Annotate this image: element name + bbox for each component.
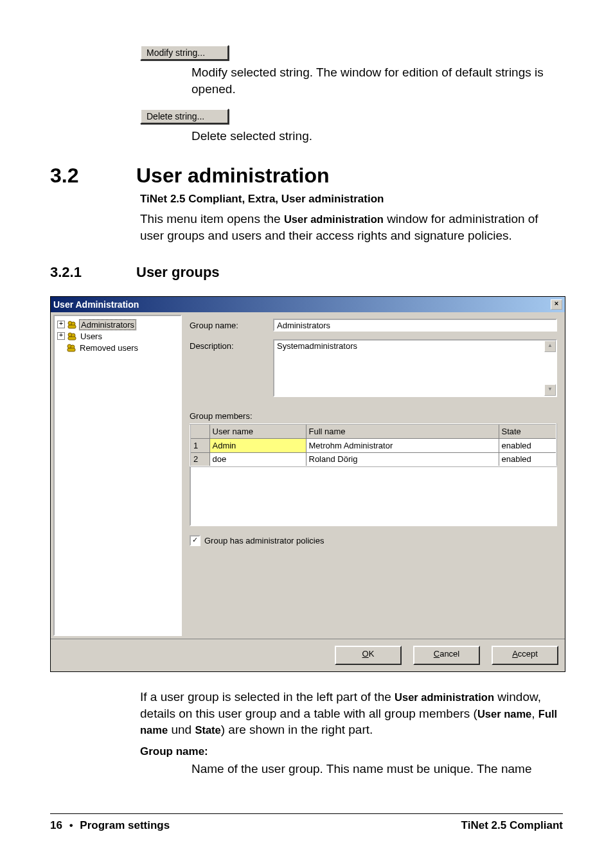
section-title-text: User administration xyxy=(136,164,330,187)
group-name-field-label: Group name: xyxy=(140,745,563,759)
group-name-input[interactable]: Administrators xyxy=(273,319,557,332)
table-empty-area xyxy=(190,467,557,526)
group-members-table: User name Full name State 1 Admin Metroh… xyxy=(190,423,557,467)
tree-item-administrators[interactable]: + Administrators xyxy=(57,319,179,330)
group-icon xyxy=(66,343,76,352)
dialog-titlebar: User Administration × xyxy=(51,297,565,312)
admin-policies-label: Group has administrator policies xyxy=(204,536,324,545)
col-fullname[interactable]: Full name xyxy=(306,424,499,438)
after-dialog-paragraph: If a user group is selected in the left … xyxy=(140,689,563,738)
section-number: 3.2 xyxy=(50,164,136,188)
cell-fullname: Roland Dörig xyxy=(306,452,499,466)
modify-string-button[interactable]: Modify string... xyxy=(140,45,229,60)
close-icon[interactable]: × xyxy=(551,299,562,310)
tree-item-removed-users[interactable]: Removed users xyxy=(57,342,179,353)
col-username[interactable]: User name xyxy=(209,424,306,438)
modify-string-description: Modify selected string. The window for e… xyxy=(191,64,563,97)
table-row[interactable]: 2 doe Roland Dörig enabled xyxy=(190,452,556,466)
group-members-label: Group members: xyxy=(190,411,557,421)
page-footer: 16 • Program settings TiNet 2.5 Complian… xyxy=(50,813,563,832)
dialog-title: User Administration xyxy=(53,299,139,310)
svg-rect-8 xyxy=(67,348,75,351)
row-header-blank xyxy=(190,424,209,438)
cell-state: enabled xyxy=(499,452,556,466)
col-state[interactable]: State xyxy=(499,424,556,438)
tree-label-users: Users xyxy=(79,332,103,341)
tree-label-removed: Removed users xyxy=(78,343,139,353)
scroll-down-icon[interactable]: ▼ xyxy=(544,384,556,396)
group-tree[interactable]: + Administrators + Users xyxy=(53,315,182,636)
user-admin-dialog: User Administration × + Administrators + xyxy=(50,296,565,672)
ok-button[interactable]: OK xyxy=(335,646,402,665)
tree-item-users[interactable]: + Users xyxy=(57,330,179,342)
group-icon xyxy=(67,332,77,341)
row-number: 2 xyxy=(190,452,209,466)
delete-string-description: Delete selected string. xyxy=(191,128,563,145)
description-label: Description: xyxy=(190,339,273,351)
group-details-panel: Group name: Administrators Description: … xyxy=(184,312,565,639)
menu-path: TiNet 2.5 Compliant, Extra, User adminis… xyxy=(140,193,563,206)
cell-state: enabled xyxy=(499,438,556,452)
footer-product: TiNet 2.5 Compliant xyxy=(461,819,563,832)
section-intro: This menu item opens the User administra… xyxy=(140,211,563,244)
delete-string-button[interactable]: Delete string... xyxy=(140,109,229,124)
table-row[interactable]: 1 Admin Metrohm Administrator enabled xyxy=(190,438,556,452)
subsection-number: 3.2.1 xyxy=(50,264,136,281)
tree-label-administrators: Administrators xyxy=(79,319,136,330)
row-number: 1 xyxy=(190,438,209,452)
scroll-up-icon[interactable]: ▲ xyxy=(544,341,556,352)
description-input[interactable]: Systemadministrators xyxy=(273,339,557,397)
checkbox-icon[interactable]: ✓ xyxy=(190,535,200,546)
cancel-button[interactable]: Cancel xyxy=(413,646,480,665)
svg-rect-2 xyxy=(68,325,76,328)
subsection-title-text: User groups xyxy=(136,264,220,280)
footer-section: Program settings xyxy=(80,819,170,831)
admin-policies-checkbox-row[interactable]: ✓ Group has administrator policies xyxy=(190,535,557,546)
expand-icon[interactable]: + xyxy=(57,332,65,340)
cell-fullname: Metrohm Administrator xyxy=(306,438,499,452)
accept-button[interactable]: Accept xyxy=(492,646,558,665)
page-number: 16 xyxy=(50,819,62,831)
group-icon xyxy=(67,320,77,329)
group-name-field-desc: Name of the user group. This name must b… xyxy=(191,761,563,777)
subsection-heading: 3.2.1User groups xyxy=(50,264,563,281)
group-name-label: Group name: xyxy=(190,319,273,330)
cell-username: Admin xyxy=(209,438,306,452)
cell-username: doe xyxy=(209,452,306,466)
svg-rect-5 xyxy=(68,337,76,340)
section-heading: 3.2User administration xyxy=(50,164,563,188)
expand-icon[interactable]: + xyxy=(57,321,65,328)
dialog-footer: OK Cancel Accept xyxy=(51,639,565,671)
